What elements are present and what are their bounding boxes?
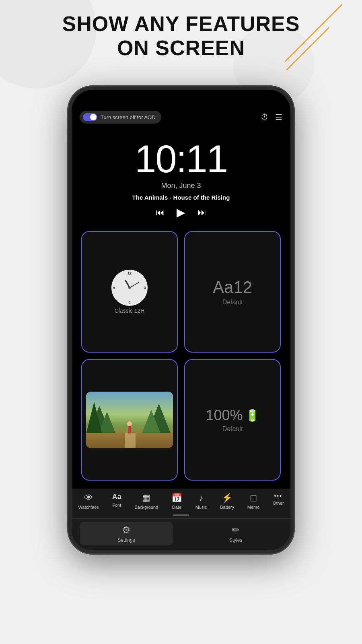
nav-watchface-label: Watchface (78, 505, 99, 510)
settings-filter-icon[interactable]: ☰ (275, 112, 282, 122)
phone-screen: Turn screen off for AOD ⏱ ☰ 10:11 Mon, J… (72, 90, 290, 550)
background-preview (86, 392, 173, 448)
nav-font-label: Font (112, 503, 121, 508)
prev-track-button[interactable]: ⏮ (156, 207, 165, 218)
music-controls: ⏮ ▶ ⏭ (72, 206, 290, 219)
memo-icon: ◻ (250, 493, 257, 503)
clock-num-3: 3 (144, 286, 146, 290)
headline: SHOW ANY FEATURES ON SCREEN (0, 12, 362, 60)
play-button[interactable]: ▶ (177, 206, 185, 219)
tab-settings[interactable]: ⚙ Settings (80, 522, 173, 545)
other-icon: ••• (274, 493, 282, 499)
tree-right-2 (142, 410, 161, 434)
music-icon: ♪ (199, 493, 204, 503)
time-section: 10:11 Mon, June 3 The Animals - House of… (72, 128, 290, 223)
nav-memo[interactable]: ◻ Memo (247, 493, 260, 510)
headline-line2: ON SCREEN (24, 36, 338, 60)
widget-grid: 12 3 6 9 Classic 12H Aa12 Default (72, 223, 290, 489)
time-display: 10:11 (72, 140, 290, 178)
widget-clock[interactable]: 12 3 6 9 Classic 12H (81, 231, 178, 353)
clock-minute-hand (130, 282, 140, 288)
drag-bar (173, 514, 189, 516)
settings-label: Settings (117, 537, 135, 543)
font-preview: Aa12 (213, 278, 252, 297)
settings-icon: ⚙ (122, 524, 131, 536)
path (125, 433, 136, 448)
date-display: Mon, June 3 (72, 182, 290, 190)
nav-date-label: Date (172, 505, 181, 510)
nav-background[interactable]: ▦ Background (134, 493, 158, 510)
nav-other-label: Other (273, 501, 284, 506)
top-icon-group: ⏱ ☰ (261, 112, 282, 122)
clock-num-12: 12 (128, 271, 132, 275)
dynamic-island (157, 94, 205, 106)
nav-memo-label: Memo (247, 505, 260, 510)
music-title: The Animals - House of the Rising (72, 194, 290, 201)
widget-clock-label: Classic 12H (115, 308, 145, 314)
nav-battery-label: Battery (220, 505, 234, 510)
battery-value: 100% 🔋 (206, 407, 259, 424)
figure-head (127, 421, 132, 426)
nav-watchface[interactable]: 👁 Watchface (78, 493, 99, 510)
tree-left-3 (86, 402, 102, 434)
nav-date[interactable]: 📅 Date (171, 493, 182, 510)
clock-num-6: 6 (128, 300, 130, 304)
phone-frame: Turn screen off for AOD ⏱ ☰ 10:11 Mon, J… (68, 87, 294, 553)
aod-toggle-switch[interactable] (83, 113, 97, 121)
analog-clock: 12 3 6 9 (111, 270, 148, 306)
nav-background-label: Background (134, 505, 158, 510)
widget-font[interactable]: Aa12 Default (184, 231, 281, 353)
side-button-power (292, 186, 294, 223)
widget-background[interactable] (81, 359, 178, 481)
aod-toggle-pill[interactable]: Turn screen off for AOD (80, 111, 161, 124)
nav-music[interactable]: ♪ Music (195, 493, 207, 510)
clock-center-dot (128, 287, 131, 289)
watchface-icon: 👁 (84, 493, 93, 503)
date-icon: 📅 (171, 493, 182, 503)
bottom-tab-bar: ⚙ Settings ✏ Styles (72, 518, 290, 550)
side-button-vol-up (68, 170, 70, 194)
styles-icon: ✏ (232, 524, 240, 536)
aod-toggle-label: Turn screen off for AOD (101, 114, 156, 120)
battery-icon: 🔋 (245, 409, 259, 422)
headline-line1: SHOW ANY FEATURES (24, 12, 338, 36)
styles-label: Styles (229, 537, 243, 543)
font-icon: Aa (112, 493, 121, 501)
clock-icon[interactable]: ⏱ (261, 113, 269, 122)
side-button-vol-down (68, 202, 70, 227)
widget-battery[interactable]: 100% 🔋 Default (184, 359, 281, 481)
next-track-button[interactable]: ⏭ (197, 207, 206, 218)
battery-sublabel: Default (222, 425, 243, 433)
bottom-drag-indicator (72, 513, 290, 518)
nav-font[interactable]: Aa Font (112, 493, 121, 510)
clock-num-9: 9 (113, 286, 115, 290)
battery-percentage: 100% (206, 407, 243, 424)
nav-music-label: Music (195, 505, 207, 510)
nav-battery-icon: ⚡ (222, 493, 232, 503)
bottom-nav: 👁 Watchface Aa Font ▦ Background 📅 Date … (72, 489, 290, 513)
nav-battery[interactable]: ⚡ Battery (220, 493, 234, 510)
tab-styles[interactable]: ✏ Styles (189, 522, 282, 545)
nav-other[interactable]: ••• Other (273, 493, 284, 510)
background-icon: ▦ (142, 493, 150, 503)
font-sublabel: Default (222, 299, 243, 306)
figure-body (128, 425, 131, 433)
